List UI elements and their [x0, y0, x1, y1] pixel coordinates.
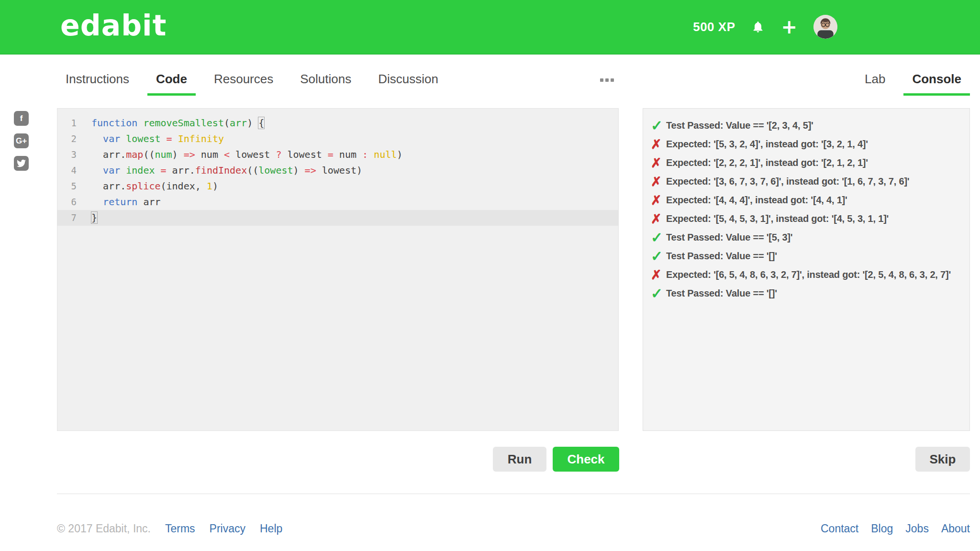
code-editor[interactable]: 1function removeSmallest(arr) {2 var low…: [57, 108, 619, 431]
result-text: Expected: '[3, 6, 7, 3, 7, 6]', instead …: [666, 176, 909, 187]
cross-icon: ✗: [651, 193, 666, 208]
code-line[interactable]: return arr: [84, 194, 161, 210]
code-line-row: 6 return arr: [57, 194, 618, 210]
header-actions: 500 XP +: [693, 0, 837, 54]
result-text: Expected: '[5, 3, 2, 4]', instead got: '…: [666, 139, 868, 150]
line-number: 1: [57, 115, 84, 131]
footer-divider: [57, 494, 970, 494]
result-text: Test Passed: Value == '[5, 3]': [666, 232, 792, 243]
footer-left: © 2017 Edabit, Inc. TermsPrivacyHelp: [57, 522, 282, 535]
social-share-rail: fG+: [14, 111, 29, 171]
result-text: Test Passed: Value == '[]': [666, 251, 777, 262]
cross-icon: ✗: [651, 155, 666, 171]
console-result: ✗Expected: '[5, 4, 5, 3, 1]', instead go…: [651, 209, 963, 228]
tab-resources[interactable]: Resources: [205, 70, 282, 96]
app-header: edabit 500 XP +: [0, 0, 980, 55]
line-number: 4: [57, 163, 84, 178]
code-line[interactable]: function removeSmallest(arr) {: [84, 115, 264, 131]
footer-link-blog[interactable]: Blog: [871, 522, 893, 535]
footer-link-privacy[interactable]: Privacy: [210, 522, 245, 535]
add-icon[interactable]: +: [781, 20, 797, 33]
ellipsis-icon[interactable]: [600, 78, 614, 82]
console-result: ✗Expected: '[5, 3, 2, 4]', instead got: …: [651, 135, 963, 154]
check-icon: ✓: [651, 229, 666, 246]
result-text: Expected: '[4, 4, 4]', instead got: '[4,…: [666, 195, 847, 206]
tab-solutions[interactable]: Solutions: [291, 70, 360, 96]
cross-icon: ✗: [651, 174, 666, 189]
tab-console[interactable]: Console: [903, 70, 970, 96]
line-number: 6: [57, 194, 84, 210]
cross-icon: ✗: [651, 137, 666, 152]
run-button[interactable]: Run: [493, 447, 546, 472]
edabit-logo[interactable]: edabit: [60, 9, 167, 42]
result-text: Test Passed: Value == '[]': [666, 288, 777, 299]
tabs-right: LabConsole: [856, 70, 970, 94]
line-number: 3: [57, 147, 84, 163]
console-result: ✗Expected: '[4, 4, 4]', instead got: '[4…: [651, 191, 963, 209]
cross-icon: ✗: [651, 211, 666, 227]
console-result: ✓Test Passed: Value == '[]': [651, 247, 963, 265]
result-text: Expected: '[2, 2, 2, 1]', instead got: '…: [666, 157, 868, 168]
console-result: ✓Test Passed: Value == '[]': [651, 284, 963, 303]
tab-code[interactable]: Code: [147, 70, 196, 96]
line-number: 2: [57, 131, 84, 147]
line-number: 5: [57, 178, 84, 194]
result-text: Expected: '[6, 5, 4, 8, 6, 3, 2, 7]', in…: [666, 269, 951, 280]
check-button[interactable]: Check: [553, 447, 619, 472]
console-result: ✗Expected: '[6, 5, 4, 8, 6, 3, 2, 7]', i…: [651, 265, 963, 284]
footer-right: ContactBlogJobsAbout: [821, 522, 970, 535]
console-result: ✗Expected: '[2, 2, 2, 1]', instead got: …: [651, 154, 963, 172]
code-line[interactable]: var lowest = Infinity: [84, 131, 224, 147]
twitter-icon[interactable]: [14, 156, 29, 171]
footer-link-contact[interactable]: Contact: [821, 522, 858, 535]
code-line[interactable]: arr.map((num) => num < lowest ? lowest =…: [84, 147, 402, 163]
tab-lab[interactable]: Lab: [856, 70, 894, 96]
result-text: Test Passed: Value == '[2, 3, 4, 5]': [666, 120, 813, 131]
line-number: 7: [57, 210, 84, 226]
tab-discussion[interactable]: Discussion: [369, 70, 447, 96]
cross-icon: ✗: [651, 267, 666, 283]
code-line-row: 4 var index = arr.findIndex((lowest) => …: [57, 163, 618, 178]
user-avatar[interactable]: [813, 15, 837, 39]
code-line-row: 5 arr.splice(index, 1): [57, 178, 618, 194]
console-result: ✗Expected: '[3, 6, 7, 3, 7, 6]', instead…: [651, 172, 963, 191]
xp-counter[interactable]: 500 XP: [693, 20, 735, 34]
tabs-left: InstructionsCodeResourcesSolutionsDiscus…: [57, 70, 447, 94]
check-icon: ✓: [651, 248, 666, 264]
google-plus-icon[interactable]: G+: [14, 133, 29, 148]
tab-bar: InstructionsCodeResourcesSolutionsDiscus…: [57, 70, 970, 94]
check-icon: ✓: [651, 285, 666, 302]
copyright-text: © 2017 Edabit, Inc.: [57, 522, 151, 535]
bell-icon[interactable]: [751, 20, 765, 33]
console-result: ✓Test Passed: Value == '[2, 3, 4, 5]': [651, 116, 963, 135]
console-output[interactable]: ✓Test Passed: Value == '[2, 3, 4, 5]'✗Ex…: [643, 108, 970, 431]
result-text: Expected: '[5, 4, 5, 3, 1]', instead got…: [666, 213, 889, 224]
footer-link-jobs[interactable]: Jobs: [905, 522, 929, 535]
code-line[interactable]: arr.splice(index, 1): [84, 178, 218, 194]
code-line-row: 3 arr.map((num) => num < lowest ? lowest…: [57, 147, 618, 163]
tab-instructions[interactable]: Instructions: [57, 70, 138, 96]
code-line-row: 2 var lowest = Infinity: [57, 131, 618, 147]
footer: © 2017 Edabit, Inc. TermsPrivacyHelp Con…: [57, 522, 970, 541]
console-result: ✓Test Passed: Value == '[5, 3]': [651, 228, 963, 247]
footer-link-terms[interactable]: Terms: [165, 522, 195, 535]
facebook-icon[interactable]: f: [14, 111, 29, 126]
footer-link-about[interactable]: About: [941, 522, 970, 535]
footer-link-help[interactable]: Help: [260, 522, 282, 535]
code-line-row: 1function removeSmallest(arr) {: [57, 115, 618, 131]
code-line[interactable]: var index = arr.findIndex((lowest) => lo…: [84, 163, 362, 178]
skip-button[interactable]: Skip: [915, 447, 970, 472]
check-icon: ✓: [651, 117, 666, 134]
code-line-row: 7}: [57, 210, 618, 226]
code-line[interactable]: }: [84, 210, 97, 226]
